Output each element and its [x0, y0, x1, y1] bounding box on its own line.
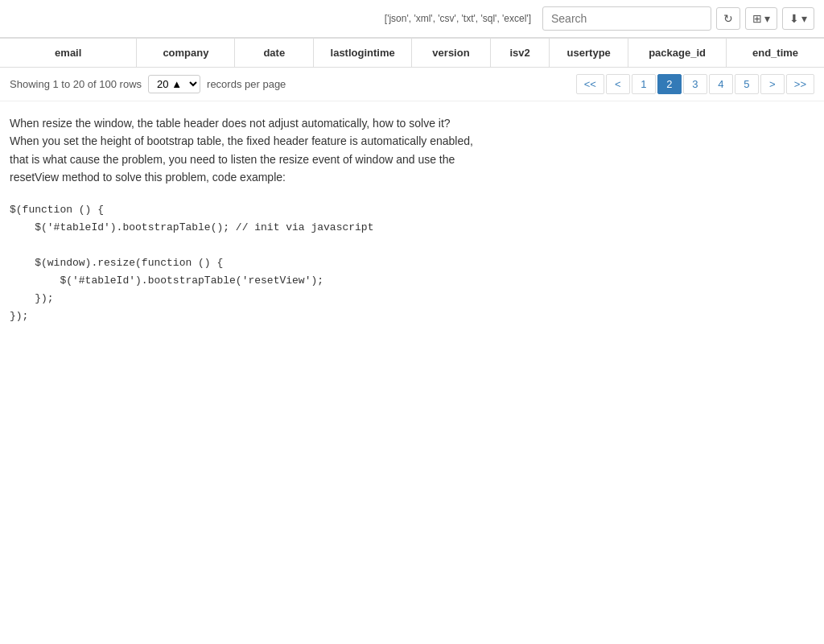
content-area: When resize the window, the table header… — [0, 101, 824, 338]
pagination-controls: << < 1 2 3 4 5 > >> — [576, 74, 814, 94]
search-input[interactable] — [542, 6, 711, 31]
description-text: When resize the window, the table header… — [10, 114, 637, 187]
chevron-down-icon: ▾ — [764, 12, 770, 25]
col-header-isv2[interactable]: isv2 — [491, 39, 550, 67]
pagination-page-1-button[interactable]: 1 — [632, 74, 656, 94]
pagination-page-3-button[interactable]: 3 — [683, 74, 707, 94]
pagination-last-button[interactable]: >> — [786, 74, 814, 94]
code-block: $(function () { $('#tableId').bootstrapT… — [10, 201, 814, 326]
refresh-button[interactable]: ↻ — [716, 7, 740, 30]
showing-text: Showing 1 to 20 of 100 rows — [10, 78, 142, 90]
records-per-page-label: records per page — [207, 78, 286, 90]
col-header-package-id[interactable]: package_id — [628, 39, 727, 67]
table-header: email company date lastlogintime version… — [0, 38, 824, 68]
col-header-lastlogintime[interactable]: lastlogintime — [314, 39, 412, 67]
col-header-usertype[interactable]: usertype — [550, 39, 628, 67]
col-header-company[interactable]: company — [137, 39, 235, 67]
export-chevron-icon: ▾ — [801, 12, 807, 25]
pagination-prev-button[interactable]: < — [606, 74, 630, 94]
export-icon: ⬇ — [789, 12, 799, 25]
toolbar: ['json', 'xml', 'csv', 'txt', 'sql', 'ex… — [0, 0, 824, 38]
search-wrapper — [542, 6, 711, 31]
col-header-email[interactable]: email — [0, 39, 137, 67]
pagination-next-button[interactable]: > — [760, 74, 785, 94]
pagination-page-5-button[interactable]: 5 — [735, 74, 759, 94]
col-header-end-time[interactable]: end_time — [727, 39, 824, 67]
pagination-left: Showing 1 to 20 of 100 rows 20 ▲ records… — [10, 75, 286, 93]
pagination-page-4-button[interactable]: 4 — [709, 74, 733, 94]
col-header-date[interactable]: date — [235, 39, 314, 67]
export-button[interactable]: ⬇ ▾ — [782, 7, 814, 30]
columns-button[interactable]: ⊞ ▾ — [745, 7, 777, 30]
columns-icon: ⊞ — [752, 12, 762, 25]
refresh-icon: ↻ — [723, 12, 733, 25]
col-header-version[interactable]: version — [412, 39, 491, 67]
records-per-page-select[interactable]: 20 ▲ — [148, 75, 200, 93]
pagination-first-button[interactable]: << — [576, 74, 604, 94]
export-formats-label: ['json', 'xml', 'csv', 'txt', 'sql', 'ex… — [378, 10, 538, 27]
pagination-page-2-button[interactable]: 2 — [657, 74, 682, 94]
pagination-row: Showing 1 to 20 of 100 rows 20 ▲ records… — [0, 68, 824, 101]
